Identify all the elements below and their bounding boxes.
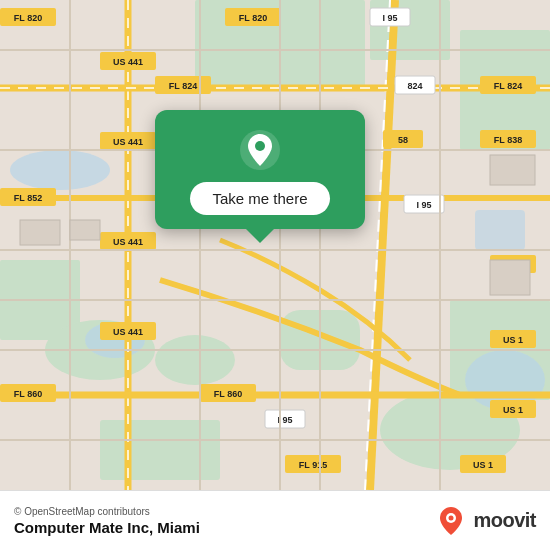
svg-text:58: 58	[398, 135, 408, 145]
svg-text:FL 824: FL 824	[494, 81, 522, 91]
svg-text:I 95: I 95	[382, 13, 397, 23]
svg-text:824: 824	[407, 81, 422, 91]
map-container[interactable]: FL 820 FL 820 I 95 US 441 US 441 US 441 …	[0, 0, 550, 490]
svg-text:FL 915: FL 915	[299, 460, 327, 470]
svg-point-81	[255, 141, 265, 151]
svg-text:US 1: US 1	[473, 460, 493, 470]
svg-text:US 1: US 1	[503, 405, 523, 415]
svg-rect-78	[490, 155, 535, 185]
svg-text:FL 838: FL 838	[494, 135, 522, 145]
location-pin-icon	[238, 128, 282, 172]
svg-text:US 441: US 441	[113, 57, 143, 67]
svg-rect-77	[70, 220, 100, 240]
svg-point-11	[10, 150, 110, 190]
bottom-bar: © OpenStreetMap contributors Computer Ma…	[0, 490, 550, 550]
moovit-logo: moovit	[435, 505, 536, 537]
svg-text:FL 860: FL 860	[214, 389, 242, 399]
svg-rect-79	[490, 260, 530, 295]
svg-text:FL 820: FL 820	[14, 13, 42, 23]
svg-rect-76	[20, 220, 60, 245]
svg-text:US 1: US 1	[503, 335, 523, 345]
location-popup: Take me there	[155, 110, 365, 229]
svg-text:FL 860: FL 860	[14, 389, 42, 399]
moovit-pin-icon	[435, 505, 467, 537]
svg-text:US 441: US 441	[113, 327, 143, 337]
take-me-there-button[interactable]: Take me there	[190, 182, 329, 215]
svg-point-7	[155, 335, 235, 385]
svg-text:FL 820: FL 820	[239, 13, 267, 23]
svg-rect-14	[475, 210, 525, 250]
svg-text:FL 824: FL 824	[169, 81, 197, 91]
moovit-brand-text: moovit	[473, 509, 536, 532]
location-name: Computer Mate Inc, Miami	[14, 519, 200, 536]
svg-point-83	[449, 515, 454, 520]
svg-text:US 441: US 441	[113, 137, 143, 147]
osm-attribution: © OpenStreetMap contributors	[14, 506, 200, 517]
bottom-info: © OpenStreetMap contributors Computer Ma…	[14, 506, 200, 536]
svg-rect-10	[100, 420, 220, 480]
map-svg: FL 820 FL 820 I 95 US 441 US 441 US 441 …	[0, 0, 550, 490]
svg-text:FL 852: FL 852	[14, 193, 42, 203]
svg-text:I 95: I 95	[416, 200, 431, 210]
svg-text:US 441: US 441	[113, 237, 143, 247]
